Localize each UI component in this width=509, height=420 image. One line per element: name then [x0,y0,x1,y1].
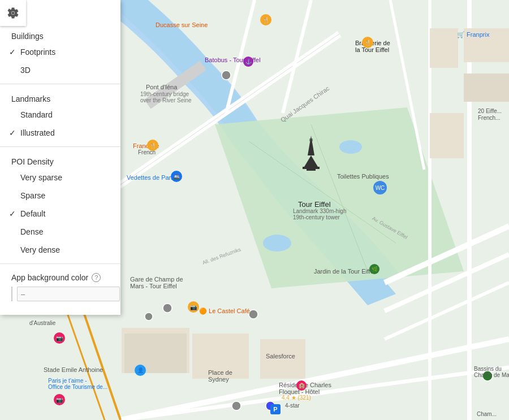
poi-camera[interactable]: 📷 [54,332,65,344]
svg-rect-21 [192,334,249,379]
3d-label: 3D [20,66,31,75]
poi-francette[interactable]: 🍴 [147,140,158,151]
poi-default[interactable]: ✓ Default [0,205,120,223]
svg-rect-17 [430,28,458,68]
poi-very-sparse-label: Very sparse [20,173,62,182]
svg-rect-20 [124,334,187,373]
poi-very-dense-label: Very dense [20,245,60,254]
poi-parking[interactable]: P [270,404,281,414]
color-row [11,287,109,301]
poi-default-label: Default [20,209,45,218]
svg-point-4 [339,140,362,154]
divider-2 [0,146,120,147]
help-icon[interactable]: ? [92,273,101,282]
svg-point-28 [222,71,231,80]
poi-very-dense[interactable]: Very dense [0,241,120,259]
poi-camera2[interactable]: 📷 [54,394,65,405]
svg-rect-37 [303,167,320,169]
standard-label: Standard [20,110,53,119]
landmarks-header: Landmarks [0,89,120,106]
svg-rect-22 [260,339,305,379]
buildings-header: Buildings [0,26,120,43]
poi-park[interactable]: 🌿 [369,264,379,274]
poi-orange-cam[interactable]: 📷 [188,301,199,313]
poi-batobus[interactable]: ⚓ [243,57,253,67]
svg-rect-18 [430,113,464,158]
app-bg-label-row: App background color ? [11,273,109,282]
illustrated-check: ✓ [9,128,16,137]
poi-person[interactable]: 👤 [135,365,146,376]
svg-point-30 [145,313,153,321]
poi-sparse-label: Sparse [20,191,45,200]
3d-option[interactable]: 3D [0,61,120,79]
gear-icon [7,7,19,19]
gear-button[interactable] [0,0,26,26]
svg-point-3 [263,235,291,252]
svg-line-25 [385,283,509,339]
svg-point-29 [163,304,172,313]
poi-default-check: ✓ [9,209,16,218]
footprints-check: ✓ [9,47,16,57]
footprints-option[interactable]: ✓ Footprints [0,43,120,61]
divider-3 [0,263,120,264]
settings-panel: Buildings ✓ Footprints 3D Landmarks Stan… [0,0,120,315]
footprints-label: Footprints [20,47,55,57]
divider-1 [0,84,120,84]
checkerboard-swatch[interactable] [11,287,12,301]
poi-sparse[interactable]: Sparse [0,187,120,205]
illustrated-label: Illustrated [20,128,55,137]
app-bg-section: App background color ? [0,269,120,306]
poi-dense[interactable]: Dense [0,223,120,241]
standard-option[interactable]: Standard [0,106,120,124]
svg-point-31 [249,310,258,319]
svg-point-32 [232,401,241,410]
svg-rect-38 [307,169,316,171]
poi-very-sparse[interactable]: Very sparse [0,168,120,187]
svg-rect-15 [464,28,509,62]
poi-dense-label: Dense [20,227,43,236]
svg-line-12 [120,367,509,420]
color-input[interactable] [17,287,120,301]
svg-text:WC: WC [376,185,385,191]
app-bg-text: App background color [11,273,88,282]
poi-vedettes[interactable]: 🚢 [171,171,182,182]
svg-point-34 [482,371,493,381]
poi-hotel[interactable]: 🏨 [296,380,307,391]
svg-rect-39 [309,138,313,141]
poi-ducasse[interactable]: 🍴 [260,14,271,25]
poi-brasserie[interactable]: 🍴 [362,37,373,48]
illustrated-option[interactable]: ✓ Illustrated [0,124,120,142]
poi-header: POI Density [0,151,120,168]
svg-rect-16 [464,73,509,102]
